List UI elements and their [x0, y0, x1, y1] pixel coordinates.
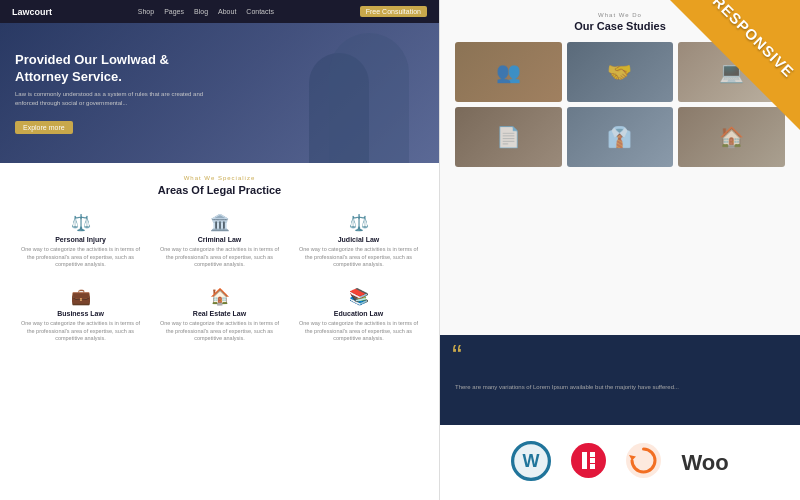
nav-cta-button[interactable]: Free Consultation	[360, 6, 427, 17]
education-law-icon: 📚	[298, 287, 419, 306]
tech-logos-section: W	[440, 425, 800, 500]
practice-name-business-law: Business Law	[20, 310, 141, 317]
practice-item-real-estate-law: 🏠 Real Estate Law One way to categorize …	[154, 282, 285, 348]
practice-item-business-law: 💼 Business Law One way to categorize the…	[15, 282, 146, 348]
practice-name-education-law: Education Law	[298, 310, 419, 317]
case-figure-6: 🏠	[678, 107, 785, 167]
elementor-logo	[571, 443, 606, 482]
svg-rect-6	[590, 452, 595, 457]
woo-text: Woo	[681, 450, 728, 476]
practice-grid: ⚖️ Personal Injury One way to categorize…	[15, 208, 424, 348]
case-figure-5: 👔	[567, 107, 674, 167]
practice-subtitle: What We Specialize	[15, 175, 424, 181]
svg-rect-5	[582, 452, 587, 469]
nav-link-shop[interactable]: Shop	[138, 8, 154, 15]
wordpress-logo: W	[511, 441, 551, 485]
outer-container: RESPONSIVE Lawcourt Shop Pages Blog Abou…	[0, 0, 800, 500]
hero-title: Provided Our Lowlwad &Attorney Service.	[15, 52, 215, 86]
case-figure-2: 🤝	[567, 42, 674, 102]
case-figure-4: 📄	[455, 107, 562, 167]
practice-name-real-estate-law: Real Estate Law	[159, 310, 280, 317]
case-image-6[interactable]: 🏠	[678, 107, 785, 167]
practice-item-personal-injury: ⚖️ Personal Injury One way to categorize…	[15, 208, 146, 274]
practice-name-personal-injury: Personal Injury	[20, 236, 141, 243]
practice-desc-criminal-law: One way to categorize the activities is …	[159, 246, 280, 269]
practice-desc-real-estate-law: One way to categorize the activities is …	[159, 320, 280, 343]
main-layout: Lawcourt Shop Pages Blog About Contacts …	[0, 0, 800, 500]
woocommerce-refresh-icon	[626, 443, 661, 482]
practice-desc-judicial-law: One way to categorize the activities is …	[298, 246, 419, 269]
hero-content: Provided Our Lowlwad &Attorney Service. …	[15, 52, 215, 135]
personal-injury-icon: ⚖️	[20, 213, 141, 232]
practice-item-education-law: 📚 Education Law One way to categorize th…	[293, 282, 424, 348]
svg-text:W: W	[523, 451, 540, 471]
quote-section: “ There are many variations of Lorem Ips…	[440, 335, 800, 425]
practice-name-criminal-law: Criminal Law	[159, 236, 280, 243]
practice-item-criminal-law: 🏛️ Criminal Law One way to categorize th…	[154, 208, 285, 274]
case-image-5[interactable]: 👔	[567, 107, 674, 167]
nav-link-about[interactable]: About	[218, 8, 236, 15]
nav-bar: Lawcourt Shop Pages Blog About Contacts …	[0, 0, 439, 23]
quote-mark: “	[452, 340, 462, 370]
business-law-icon: 💼	[20, 287, 141, 306]
practice-desc-personal-injury: One way to categorize the activities is …	[20, 246, 141, 269]
nav-logo: Lawcourt	[12, 7, 52, 17]
practice-item-judicial-law: ⚖️ Judicial Law One way to categorize th…	[293, 208, 424, 274]
real-estate-law-icon: 🏠	[159, 287, 280, 306]
practice-name-judicial-law: Judicial Law	[298, 236, 419, 243]
practice-title: Areas Of Legal Practice	[15, 184, 424, 196]
judicial-law-icon: ⚖️	[298, 213, 419, 232]
case-figure-1: 👥	[455, 42, 562, 102]
svg-rect-8	[590, 464, 595, 469]
svg-rect-4	[571, 443, 606, 478]
nav-link-contacts[interactable]: Contacts	[246, 8, 274, 15]
nav-link-blog[interactable]: Blog	[194, 8, 208, 15]
practice-desc-business-law: One way to categorize the activities is …	[20, 320, 141, 343]
svg-rect-7	[590, 458, 595, 463]
case-image-1[interactable]: 👥	[455, 42, 562, 102]
hero-explore-button[interactable]: Explore more	[15, 121, 73, 134]
criminal-law-icon: 🏛️	[159, 213, 280, 232]
hero-section: Provided Our Lowlwad &Attorney Service. …	[0, 23, 439, 163]
case-image-2[interactable]: 🤝	[567, 42, 674, 102]
hero-subtitle: Law is commonly understood as a system o…	[15, 90, 215, 108]
left-panel: Lawcourt Shop Pages Blog About Contacts …	[0, 0, 440, 500]
case-image-4[interactable]: 📄	[455, 107, 562, 167]
nav-links: Shop Pages Blog About Contacts	[138, 8, 274, 15]
person-silhouette-1	[329, 33, 409, 163]
practice-section: What We Specialize Areas Of Legal Practi…	[0, 163, 439, 360]
nav-link-pages[interactable]: Pages	[164, 8, 184, 15]
practice-desc-education-law: One way to categorize the activities is …	[298, 320, 419, 343]
quote-text: There are many variations of Lorem Ipsum…	[455, 368, 679, 393]
